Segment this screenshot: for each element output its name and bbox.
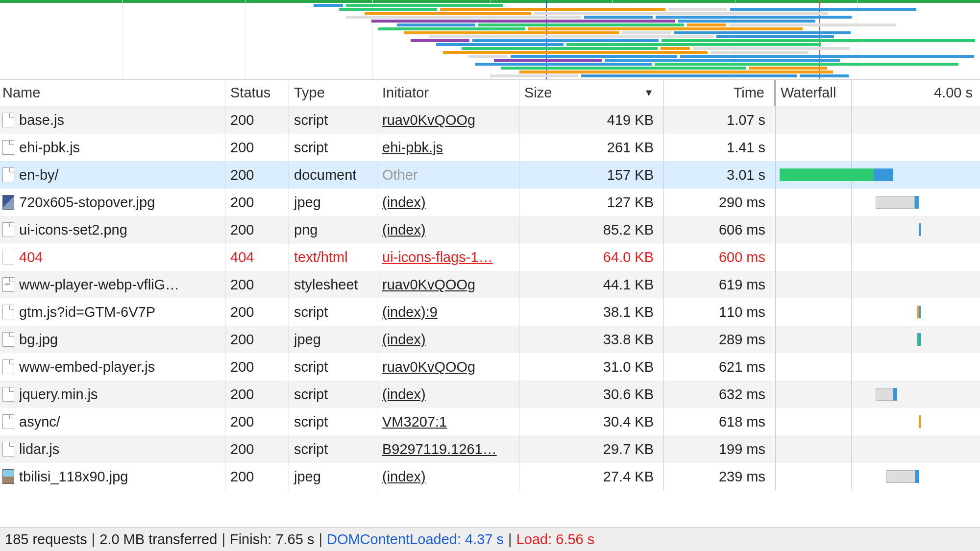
cell-waterfall bbox=[776, 161, 980, 189]
cell-initiator[interactable]: (index) bbox=[377, 216, 519, 243]
cell-initiator[interactable]: (index) bbox=[377, 381, 519, 408]
cell-name[interactable]: 404 bbox=[0, 243, 225, 271]
cell-type: stylesheet bbox=[289, 271, 377, 298]
column-header-time[interactable]: Time bbox=[664, 80, 776, 106]
cell-size: 29.7 KB bbox=[519, 435, 664, 463]
waterfall-bar bbox=[919, 223, 921, 236]
column-header-waterfall[interactable]: Waterfall 4.00 s bbox=[776, 80, 980, 106]
table-row[interactable]: lidar.js200scriptB9297119.1261…29.7 KB19… bbox=[0, 435, 980, 463]
cell-initiator[interactable]: (index) bbox=[377, 189, 519, 216]
request-name: ui-icons-set2.png bbox=[19, 222, 127, 238]
table-row[interactable]: www-embed-player.js200scriptruav0KvQOOg3… bbox=[0, 353, 980, 381]
file-icon bbox=[2, 332, 14, 347]
cell-size: 419 KB bbox=[519, 106, 664, 134]
file-icon bbox=[2, 195, 14, 210]
file-icon bbox=[2, 469, 14, 484]
table-row[interactable]: www-player-webp-vfliG…200stylesheetruav0… bbox=[0, 271, 980, 298]
request-name: www-embed-player.js bbox=[19, 359, 155, 375]
cell-name[interactable]: jquery.min.js bbox=[0, 381, 225, 408]
cell-type: script bbox=[289, 353, 377, 381]
file-icon bbox=[2, 222, 14, 237]
table-row[interactable]: en-by/200documentOther157 KB3.01 s bbox=[0, 161, 980, 189]
file-icon bbox=[2, 168, 14, 182]
table-row[interactable]: 720x605-stopover.jpg200jpeg(index)127 KB… bbox=[0, 189, 980, 216]
cell-initiator[interactable]: ruav0KvQOOg bbox=[377, 106, 519, 134]
column-header-size[interactable]: Size ▼ bbox=[519, 80, 664, 106]
request-name: bg.jpg bbox=[19, 332, 58, 348]
cell-name[interactable]: ui-icons-set2.png bbox=[0, 216, 225, 243]
cell-name[interactable]: ehi-pbk.js bbox=[0, 134, 225, 161]
cell-initiator[interactable]: ruav0KvQOOg bbox=[377, 353, 519, 381]
file-icon bbox=[2, 387, 14, 402]
cell-name[interactable]: www-player-webp-vfliG… bbox=[0, 271, 225, 298]
request-name: tbilisi_118x90.jpg bbox=[19, 469, 128, 485]
column-header-type[interactable]: Type bbox=[289, 80, 377, 106]
cell-status: 404 bbox=[225, 243, 289, 271]
table-row[interactable]: ui-icons-set2.png200png(index)85.2 KB606… bbox=[0, 216, 980, 243]
cell-initiator[interactable]: ruav0KvQOOg bbox=[377, 271, 519, 298]
cell-size: 38.1 KB bbox=[519, 298, 664, 326]
cell-waterfall bbox=[776, 463, 980, 490]
cell-type: jpeg bbox=[289, 463, 377, 490]
table-row[interactable]: jquery.min.js200script(index)30.6 KB632 … bbox=[0, 381, 980, 408]
request-name: en-by/ bbox=[19, 167, 59, 183]
cell-type: script bbox=[289, 134, 377, 161]
cell-time: 619 ms bbox=[664, 271, 776, 298]
waterfall-bar bbox=[876, 388, 897, 401]
cell-name[interactable]: base.js bbox=[0, 106, 225, 134]
table-row[interactable]: base.js200scriptruav0KvQOOg419 KB1.07 s bbox=[0, 106, 980, 134]
cell-waterfall bbox=[776, 381, 980, 408]
cell-status: 200 bbox=[225, 216, 289, 243]
sort-descending-icon: ▼ bbox=[644, 87, 654, 98]
cell-initiator[interactable]: ehi-pbk.js bbox=[377, 134, 519, 161]
waterfall-bar bbox=[919, 415, 921, 428]
cell-size: 64.0 KB bbox=[519, 243, 664, 271]
cell-type: script bbox=[289, 381, 377, 408]
file-icon bbox=[2, 250, 14, 264]
column-header-status[interactable]: Status bbox=[225, 80, 289, 106]
cell-status: 200 bbox=[225, 381, 289, 408]
file-icon bbox=[2, 359, 14, 374]
cell-initiator[interactable]: (index):9 bbox=[377, 298, 519, 326]
network-request-table[interactable]: base.js200scriptruav0KvQOOg419 KB1.07 se… bbox=[0, 106, 980, 527]
cell-type: script bbox=[289, 106, 377, 134]
cell-initiator[interactable]: VM3207:1 bbox=[377, 408, 519, 435]
cell-initiator[interactable]: (index) bbox=[377, 463, 519, 490]
column-header-name[interactable]: Name bbox=[0, 80, 225, 106]
table-row[interactable]: tbilisi_118x90.jpg200jpeg(index)27.4 KB2… bbox=[0, 463, 980, 490]
network-overview-timeline[interactable] bbox=[0, 0, 980, 80]
waterfall-bar bbox=[917, 333, 921, 346]
status-finish: Finish: 7.65 s bbox=[230, 531, 314, 548]
cell-name[interactable]: tbilisi_118x90.jpg bbox=[0, 463, 225, 490]
table-row[interactable]: gtm.js?id=GTM-6V7P200script(index):938.1… bbox=[0, 298, 980, 326]
waterfall-bar bbox=[886, 470, 919, 483]
network-status-bar: 185 requests | 2.0 MB transferred | Fini… bbox=[0, 527, 980, 551]
cell-size: 31.0 KB bbox=[519, 353, 664, 381]
cell-name[interactable]: 720x605-stopover.jpg bbox=[0, 189, 225, 216]
cell-initiator[interactable]: ui-icons-flags-1… bbox=[377, 243, 519, 271]
cell-name[interactable]: en-by/ bbox=[0, 161, 225, 189]
file-icon bbox=[2, 414, 14, 429]
cell-name[interactable]: bg.jpg bbox=[0, 326, 225, 353]
cell-initiator[interactable]: B9297119.1261… bbox=[377, 435, 519, 463]
cell-waterfall bbox=[776, 326, 980, 353]
cell-name[interactable]: lidar.js bbox=[0, 435, 225, 463]
cell-status: 200 bbox=[225, 298, 289, 326]
table-row[interactable]: bg.jpg200jpeg(index)33.8 KB289 ms bbox=[0, 326, 980, 353]
table-row[interactable]: async/200scriptVM3207:130.4 KB618 ms bbox=[0, 408, 980, 435]
cell-name[interactable]: www-embed-player.js bbox=[0, 353, 225, 381]
cell-waterfall bbox=[776, 106, 980, 134]
cell-status: 200 bbox=[225, 353, 289, 381]
cell-time: 3.01 s bbox=[664, 161, 776, 189]
cell-waterfall bbox=[776, 243, 980, 271]
cell-waterfall bbox=[776, 189, 980, 216]
table-row[interactable]: 404404text/htmlui-icons-flags-1…64.0 KB6… bbox=[0, 243, 980, 271]
cell-initiator[interactable]: (index) bbox=[377, 326, 519, 353]
cell-name[interactable]: async/ bbox=[0, 408, 225, 435]
status-load: Load: 6.56 s bbox=[516, 531, 595, 548]
table-row[interactable]: ehi-pbk.js200scriptehi-pbk.js261 KB1.41 … bbox=[0, 134, 980, 161]
request-name: www-player-webp-vfliG… bbox=[19, 277, 179, 293]
cell-waterfall bbox=[776, 353, 980, 381]
cell-name[interactable]: gtm.js?id=GTM-6V7P bbox=[0, 298, 225, 326]
column-header-initiator[interactable]: Initiator bbox=[377, 80, 519, 106]
